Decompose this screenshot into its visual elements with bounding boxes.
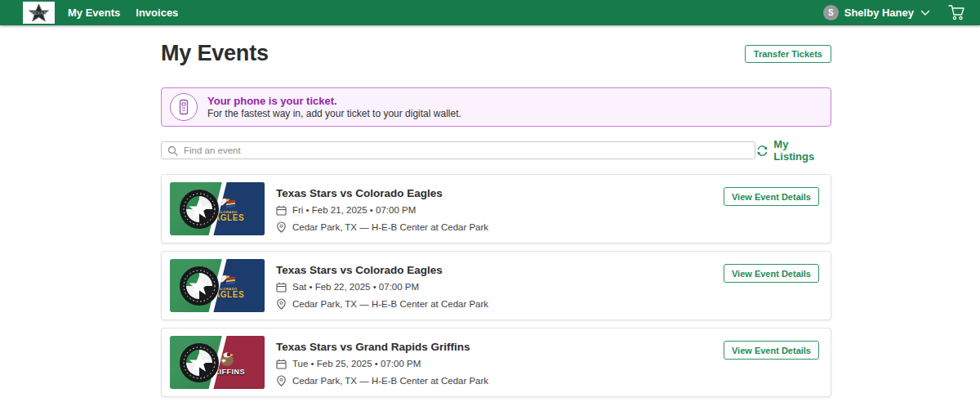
search-input[interactable] [161,141,755,159]
top-navbar: TEXAS My Events Invoices S Shelby Haney [0,0,980,25]
avatar[interactable]: S [823,5,839,20]
view-event-details-button[interactable]: View Event Details [724,187,819,206]
view-event-details-button[interactable]: View Event Details [724,264,819,283]
texas-stars-roundel-icon [179,266,220,306]
page-header: My Events Transfer Tickets [161,41,831,66]
chevron-down-icon[interactable] [920,10,930,16]
event-datetime-row: Tue • Feb 25, 2025 • 07:00 PM [276,359,488,369]
nav-link-my-events[interactable]: My Events [68,0,120,25]
calendar-icon [276,205,287,216]
nav-links: My Events Invoices [68,0,178,25]
location-pin-icon [276,375,287,386]
event-thumbnail: COLORADO EAGLES [170,182,265,235]
main-content: My Events Transfer Tickets Your phone is… [161,41,831,397]
nav-user-area: S Shelby Haney [823,4,965,21]
event-info: Texas Stars vs Colorado Eagles Fri • Feb… [276,185,488,233]
event-thumbnail: GRIFFINS [170,336,265,389]
event-venue-row: Cedar Park, TX — H-E-B Center at Cedar P… [276,221,488,233]
my-listings-link[interactable]: My Listings [755,138,831,163]
refresh-cycle-icon [755,145,769,157]
calendar-icon [276,282,287,293]
location-pin-icon [276,221,287,233]
phone-ticket-banner: Your phone is your ticket. For the faste… [161,87,831,127]
event-title[interactable]: Texas Stars vs Colorado Eagles [276,187,488,199]
page-title: My Events [161,41,269,66]
event-card[interactable]: COLORADO EAGLES Texas Stars vs Colorado … [161,174,831,244]
event-venue: Cedar Park, TX — H-E-B Center at Cedar P… [292,376,488,386]
event-card[interactable]: COLORADO EAGLES Texas Stars vs Colorado … [161,251,831,320]
banner-text: Your phone is your ticket. For the faste… [207,95,461,119]
event-datetime: Sat • Feb 22, 2025 • 07:00 PM [292,282,419,292]
event-venue: Cedar Park, TX — H-E-B Center at Cedar P… [292,222,488,232]
cart-icon[interactable] [947,4,965,21]
search-wrap [161,141,755,159]
event-info: Texas Stars vs Grand Rapids Griffins Tue… [276,339,488,386]
event-card[interactable]: GRIFFINS Texas Stars vs Grand Rapids Gri… [161,328,831,397]
texas-stars-roundel-icon [179,189,220,230]
texas-stars-logo[interactable]: TEXAS [23,2,55,24]
my-listings-label: My Listings [773,138,831,163]
search-row: My Listings [161,138,831,163]
event-datetime: Fri • Feb 21, 2025 • 07:00 PM [292,205,416,215]
view-event-details-button[interactable]: View Event Details [724,341,819,360]
event-venue-row: Cedar Park, TX — H-E-B Center at Cedar P… [276,375,488,386]
svg-text:TEXAS: TEXAS [31,11,47,16]
event-datetime: Tue • Feb 25, 2025 • 07:00 PM [292,359,421,369]
texas-stars-logo-icon: TEXAS [24,3,53,22]
transfer-tickets-button[interactable]: Transfer Tickets [745,45,831,63]
event-list: COLORADO EAGLES Texas Stars vs Colorado … [161,174,831,397]
phone-ticket-icon [170,93,198,121]
event-venue-row: Cedar Park, TX — H-E-B Center at Cedar P… [276,298,488,310]
texas-stars-roundel-icon [179,342,220,383]
calendar-icon [276,359,287,369]
event-title[interactable]: Texas Stars vs Colorado Eagles [276,264,488,276]
event-info: Texas Stars vs Colorado Eagles Sat • Feb… [276,262,488,310]
event-datetime-row: Sat • Feb 22, 2025 • 07:00 PM [276,282,488,293]
event-venue: Cedar Park, TX — H-E-B Center at Cedar P… [292,299,488,309]
nav-link-invoices[interactable]: Invoices [136,0,178,25]
event-thumbnail: COLORADO EAGLES [170,259,265,312]
location-pin-icon [276,298,287,310]
event-title[interactable]: Texas Stars vs Grand Rapids Griffins [276,341,488,353]
event-datetime-row: Fri • Feb 21, 2025 • 07:00 PM [276,205,488,216]
user-name[interactable]: Shelby Haney [844,7,914,19]
banner-title: Your phone is your ticket. [207,95,461,107]
banner-subtitle: For the fastest way in, add your ticket … [207,108,461,119]
search-icon [167,145,178,159]
